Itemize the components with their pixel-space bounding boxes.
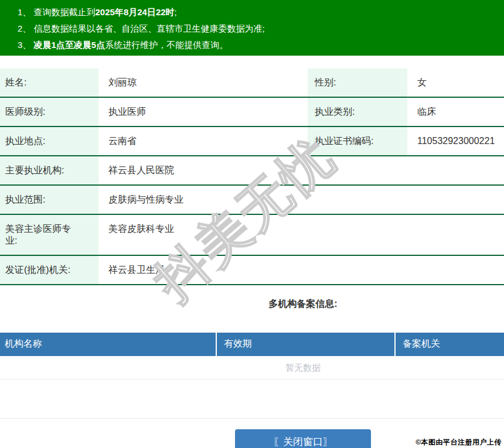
- upload-credit-text: ©本图由平台注册用户上传: [416, 437, 502, 447]
- table-row: 发证(批准)机关: 祥云县卫生局: [0, 256, 504, 285]
- field-value-gender: 女: [407, 69, 504, 97]
- table-row: 姓名: 刘丽琼 性别: 女: [0, 69, 504, 98]
- table-row: 美容主诊医师专业: 美容皮肤科专业: [0, 215, 504, 256]
- field-value-practice-scope: 皮肤病与性病专业: [98, 186, 504, 214]
- field-value-doctor-level: 执业医师: [98, 98, 308, 126]
- table-row: 执业地点: 云南省 执业证书编码: 110532923000221: [0, 127, 504, 156]
- field-label-practice-location: 执业地点:: [0, 127, 98, 155]
- field-label-practice-scope: 执业范围:: [0, 186, 98, 214]
- field-label-issuing-authority: 发证(批准)机关:: [0, 256, 98, 284]
- table-row: 医师级别: 执业医师 执业类别: 临床: [0, 98, 504, 127]
- field-label-main-institution: 主要执业机构:: [0, 156, 98, 184]
- spacer: [0, 379, 504, 418]
- notice-line-3: 3、 凌晨1点至凌晨5点系统进行维护，不能提供查询。: [18, 37, 504, 53]
- column-header-validity-period: 有效期: [217, 333, 396, 356]
- field-value-issuing-authority: 祥云县卫生局: [98, 256, 504, 284]
- field-label-practice-category: 执业类别:: [308, 98, 407, 126]
- notice-line-2: 2、 信息数据结果以各省、自治区、直辖市卫生健康委数据为准;: [18, 20, 504, 37]
- field-value-main-institution: 祥云县人民医院: [98, 156, 504, 184]
- field-label-name: 姓名:: [0, 69, 98, 97]
- footer-divider: [0, 418, 504, 419]
- filing-table-header: 机构名称 有效期 备案机关: [0, 333, 504, 356]
- notice-line-1: 1、 查询数据截止到2025年8月24日22时;: [18, 4, 504, 20]
- field-value-license-number: 110532923000221: [407, 127, 504, 155]
- empty-data-message: 暂无数据: [0, 356, 504, 379]
- page-container: 1、 查询数据截止到2025年8月24日22时; 2、 信息数据结果以各省、自治…: [0, 0, 504, 448]
- table-row: 执业范围: 皮肤病与性病专业: [0, 186, 504, 215]
- field-label-gender: 性别:: [308, 69, 407, 97]
- close-window-button[interactable]: 〖关闭窗口〗: [235, 429, 371, 448]
- notice-banner: 1、 查询数据截止到2025年8月24日22时; 2、 信息数据结果以各省、自治…: [0, 0, 504, 56]
- column-header-filing-authority: 备案机关: [396, 333, 504, 356]
- filing-section-title: 多机构备案信息:: [0, 285, 504, 310]
- field-value-practice-category: 临床: [407, 98, 504, 126]
- doctor-info-table: 姓名: 刘丽琼 性别: 女 医师级别: 执业医师 执业类别: 临床 执业地点: …: [0, 69, 504, 285]
- field-label-cosmetic-specialty: 美容主诊医师专业:: [0, 215, 98, 255]
- field-label-license-number: 执业证书编码:: [308, 127, 407, 155]
- field-value-name: 刘丽琼: [98, 69, 308, 97]
- field-value-practice-location: 云南省: [98, 127, 308, 155]
- column-header-institution-name: 机构名称: [0, 333, 217, 356]
- field-label-doctor-level: 医师级别:: [0, 98, 98, 126]
- field-value-cosmetic-specialty: 美容皮肤科专业: [98, 215, 504, 255]
- table-row: 主要执业机构: 祥云县人民医院: [0, 156, 504, 186]
